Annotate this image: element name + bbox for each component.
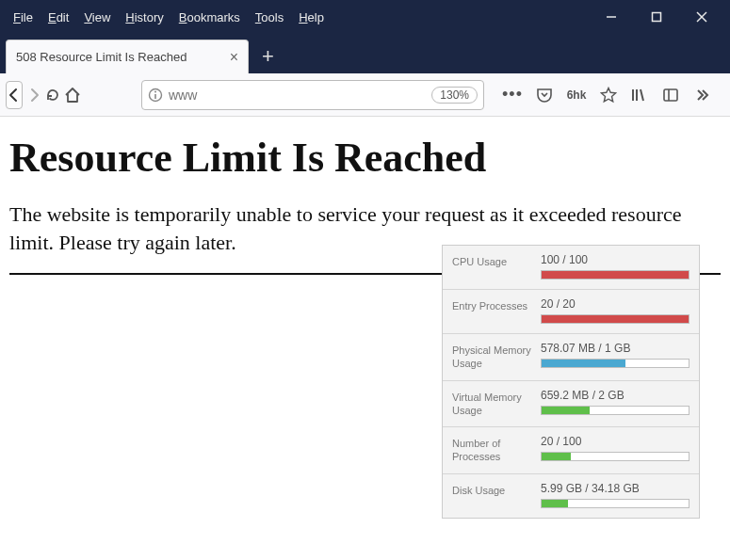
overflow-button[interactable] [689, 82, 716, 108]
usage-row-label: Number of Processes [452, 435, 541, 464]
svg-rect-10 [664, 89, 677, 101]
maximize-icon [651, 11, 662, 23]
usage-bar [541, 314, 689, 324]
back-arrow-icon [7, 88, 22, 103]
forward-arrow-icon [26, 88, 41, 103]
back-button[interactable] [6, 81, 23, 109]
bookmark-button[interactable] [595, 82, 622, 108]
usage-row-label: Physical Memory Usage [452, 342, 541, 371]
usage-row-value: 20 / 20 [541, 297, 689, 311]
library-button[interactable] [625, 82, 652, 108]
star-icon [600, 87, 617, 104]
tab-strip: 508 Resource Limit Is Reached × + [0, 34, 730, 73]
usage-row-label: Entry Processes [452, 297, 541, 324]
svg-line-9 [641, 89, 643, 101]
usage-bar-fill [542, 271, 689, 279]
usage-row: Disk Usage5.99 GB / 34.18 GB [443, 474, 699, 518]
svg-rect-1 [653, 13, 661, 22]
svg-point-6 [154, 90, 156, 92]
usage-row: Number of Processes20 / 100 [443, 427, 699, 474]
usage-row-value: 5.99 GB / 34.18 GB [541, 482, 689, 495]
usage-row: Physical Memory Usage578.07 MB / 1 GB [443, 334, 699, 381]
new-tab-button[interactable]: + [249, 40, 287, 73]
window-maximize-button[interactable] [636, 4, 677, 30]
usage-bar [541, 406, 689, 415]
usage-bar [541, 359, 689, 368]
menu-view[interactable]: View [76, 7, 118, 28]
usage-row: Virtual Memory Usage659.2 MB / 2 GB [443, 381, 699, 428]
menu-bar: File Edit View History Bookmarks Tools H… [0, 0, 730, 34]
url-input[interactable] [169, 88, 426, 103]
zoom-indicator[interactable]: 130% [431, 87, 478, 104]
tab-close-button[interactable]: × [230, 49, 238, 66]
usage-row: CPU Usage100 / 100 [443, 246, 699, 290]
reload-icon [45, 88, 60, 103]
usage-bar-fill [542, 500, 568, 507]
usage-row-label: Disk Usage [452, 482, 541, 508]
url-bar[interactable]: 130% [141, 80, 484, 110]
reload-button[interactable] [45, 81, 60, 109]
menu-edit[interactable]: Edit [41, 7, 76, 28]
window-minimize-button[interactable] [591, 4, 632, 30]
menu-bookmarks[interactable]: Bookmarks [171, 7, 248, 28]
resource-usage-panel: CPU Usage100 / 100Entry Processes20 / 20… [442, 245, 700, 519]
library-icon [630, 87, 647, 104]
menu-file[interactable]: File [6, 7, 41, 28]
forward-button[interactable] [26, 81, 41, 109]
tab-title: 508 Resource Limit Is Reached [16, 50, 187, 64]
pocket-icon [536, 87, 553, 104]
usage-bar-fill [542, 453, 571, 460]
usage-bar-fill [542, 407, 590, 414]
close-icon [696, 11, 707, 23]
usage-bar [541, 499, 689, 508]
usage-row-value: 578.07 MB / 1 GB [541, 342, 689, 355]
window-close-button[interactable] [681, 4, 722, 30]
sidebar-icon [662, 87, 679, 104]
navigation-bar: 130% ••• 6hk [0, 73, 730, 117]
minimize-icon [606, 11, 617, 23]
page-title: Resource Limit Is Reached [9, 134, 721, 182]
usage-bar [541, 452, 689, 461]
badge-label: 6hk [563, 82, 590, 108]
usage-row-value: 20 / 100 [541, 435, 689, 448]
chevron-double-right-icon [695, 88, 710, 103]
browser-tab[interactable]: 508 Resource Limit Is Reached × [6, 40, 249, 73]
menu-tools[interactable]: Tools [248, 7, 291, 28]
pocket-button[interactable] [531, 82, 558, 108]
menu-history[interactable]: History [118, 7, 170, 28]
usage-bar [541, 270, 689, 280]
usage-row: Entry Processes20 / 20 [443, 290, 699, 334]
usage-bar-fill [542, 315, 689, 323]
usage-row-value: 659.2 MB / 2 GB [541, 389, 689, 402]
info-icon [148, 88, 163, 103]
usage-row-label: Virtual Memory Usage [452, 389, 541, 418]
usage-bar-fill [542, 360, 625, 367]
sidebar-button[interactable] [657, 82, 684, 108]
usage-row-label: CPU Usage [452, 253, 541, 280]
home-button[interactable] [64, 81, 81, 109]
home-icon [64, 87, 81, 104]
page-content: Resource Limit Is Reached The website is… [0, 117, 730, 560]
page-actions-button[interactable]: ••• [499, 82, 526, 108]
usage-row-value: 100 / 100 [541, 253, 689, 266]
menu-help[interactable]: Help [291, 7, 332, 28]
